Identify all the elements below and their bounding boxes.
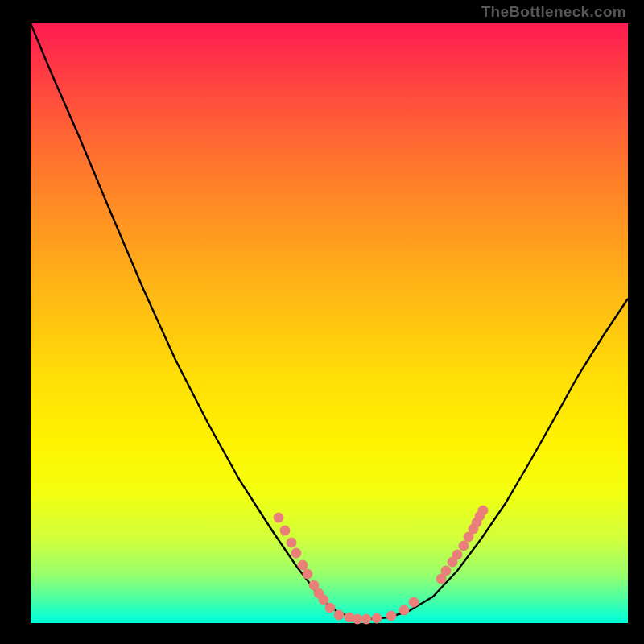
- curve-marker: [409, 597, 419, 607]
- curve-marker: [334, 610, 344, 620]
- curve-marker: [386, 611, 396, 621]
- curve-marker: [372, 613, 382, 623]
- curve-line: [31, 23, 628, 619]
- curve-marker: [287, 538, 296, 547]
- curve-marker: [399, 605, 409, 615]
- curve-marker: [459, 541, 469, 551]
- curve-marker: [298, 560, 308, 570]
- curve-marker: [325, 603, 335, 613]
- curve-marker: [478, 506, 488, 515]
- curve-marker: [303, 569, 312, 579]
- curve-marker: [353, 614, 362, 624]
- curve-marker: [291, 548, 301, 558]
- curve-marker: [319, 595, 328, 605]
- curve-marker: [361, 614, 371, 624]
- curve-marker: [274, 513, 283, 522]
- curve-marker: [452, 550, 462, 559]
- chart-svg: [31, 23, 628, 623]
- curve-marker: [280, 526, 290, 535]
- source-attribution: TheBottleneck.com: [481, 3, 626, 21]
- curve-marker: [441, 566, 451, 576]
- curve-markers: [274, 506, 488, 624]
